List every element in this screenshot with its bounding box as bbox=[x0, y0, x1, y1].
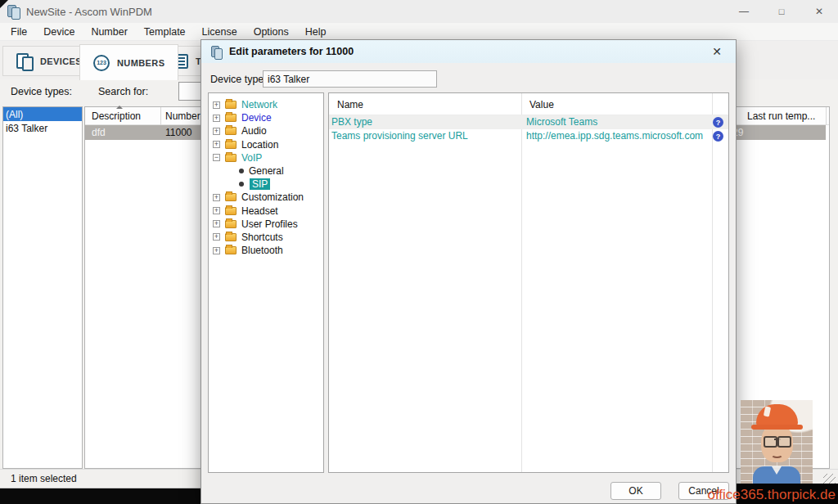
expand-icon[interactable]: + bbox=[213, 207, 220, 214]
tab-numbers[interactable]: 123 NUMBERS bbox=[79, 44, 178, 80]
expand-icon[interactable]: + bbox=[213, 115, 220, 122]
tree-item-device[interactable]: + Device bbox=[209, 111, 323, 124]
cell-number: 11000 bbox=[165, 127, 191, 138]
photo-hard-hat bbox=[756, 404, 798, 426]
folder-icon bbox=[225, 233, 237, 241]
tree-item-shortcuts[interactable]: + Shortcuts bbox=[209, 231, 323, 244]
bullet-icon bbox=[239, 182, 244, 187]
device-type-field[interactable]: i63 Talker bbox=[263, 70, 437, 88]
menu-number[interactable]: Number bbox=[83, 25, 135, 39]
param-name: PBX type bbox=[331, 116, 372, 128]
help-icon[interactable]: ? bbox=[713, 117, 723, 128]
minimize-button[interactable]: — bbox=[725, 0, 763, 23]
menu-help[interactable]: Help bbox=[297, 25, 335, 39]
tree-item-customization[interactable]: + Customization bbox=[209, 191, 323, 204]
bullet-icon bbox=[239, 169, 244, 173]
titlebar[interactable]: NewSite - Ascom WinPDM — □ ✕ bbox=[0, 0, 838, 23]
tree-item-voip-general[interactable]: General bbox=[209, 164, 323, 178]
column-header-number[interactable]: Number bbox=[165, 110, 200, 122]
status-text: 1 item selected bbox=[11, 473, 77, 484]
parameters-table-header: Name Value bbox=[329, 93, 728, 115]
menu-options[interactable]: Options bbox=[246, 25, 297, 39]
device-type-item-all[interactable]: (All) bbox=[3, 107, 82, 121]
folder-icon bbox=[225, 246, 237, 254]
expand-icon[interactable]: + bbox=[213, 101, 220, 109]
parameters-table: Name Value PBX type Microsoft Teams ? Te… bbox=[328, 92, 729, 473]
window-controls: — □ ✕ bbox=[725, 0, 838, 23]
expand-icon[interactable]: + bbox=[213, 194, 220, 201]
column-header-last-run[interactable]: Last run temp... bbox=[747, 110, 815, 122]
help-icon[interactable]: ? bbox=[713, 131, 723, 142]
watermark-text: office365.thorpick.de bbox=[707, 487, 836, 503]
menubar: File Device Number Template License Opti… bbox=[0, 23, 838, 41]
edit-parameters-dialog: Edit parameters for 11000 ✕ Device type:… bbox=[200, 39, 737, 504]
param-name: Teams provisioning server URL bbox=[331, 130, 468, 142]
maximize-button[interactable]: □ bbox=[763, 0, 800, 23]
devices-icon bbox=[16, 53, 33, 69]
ok-button[interactable]: OK bbox=[610, 482, 661, 500]
folder-icon bbox=[225, 207, 237, 215]
expand-icon[interactable]: + bbox=[213, 141, 220, 148]
collapse-icon[interactable]: − bbox=[213, 154, 220, 161]
device-types-label: Device types: bbox=[11, 86, 72, 97]
menu-file[interactable]: File bbox=[2, 25, 35, 39]
folder-icon bbox=[225, 141, 237, 149]
dialog-titlebar[interactable]: Edit parameters for 11000 ✕ bbox=[201, 40, 736, 63]
folder-icon bbox=[225, 220, 237, 228]
folder-icon bbox=[225, 101, 237, 109]
menu-template[interactable]: Template bbox=[136, 25, 194, 39]
app-phone-icon bbox=[7, 5, 20, 18]
folder-icon bbox=[225, 193, 237, 201]
photo-glasses bbox=[764, 436, 791, 446]
menu-device[interactable]: Device bbox=[35, 25, 83, 39]
expand-icon[interactable]: + bbox=[213, 233, 220, 241]
tree-item-network[interactable]: + Network bbox=[209, 98, 323, 111]
column-divider[interactable] bbox=[160, 107, 161, 125]
param-value[interactable]: http://emea.ipp.sdg.teams.microsoft.com bbox=[526, 130, 703, 142]
column-header-value[interactable]: Value bbox=[529, 99, 554, 110]
sort-ascending-icon bbox=[116, 106, 123, 109]
cursor-fragment bbox=[0, 0, 8, 8]
dialog-close-icon[interactable]: ✕ bbox=[708, 44, 726, 59]
expand-icon[interactable]: + bbox=[213, 220, 220, 227]
numbers-123-icon: 123 bbox=[93, 55, 110, 71]
tree-item-audio[interactable]: + Audio bbox=[209, 124, 323, 137]
folder-icon bbox=[225, 127, 237, 135]
photo-smile bbox=[771, 451, 783, 458]
folder-icon bbox=[225, 114, 237, 122]
cell-description: dfd bbox=[92, 127, 106, 138]
parameter-tree: + Network + Device + Audio + Location − bbox=[208, 92, 324, 473]
device-type-item-i63-talker[interactable]: i63 Talker bbox=[3, 121, 82, 135]
photo-hat-brim bbox=[751, 425, 803, 430]
tree-item-headset[interactable]: + Headset bbox=[209, 205, 323, 218]
tree-item-user-profiles[interactable]: + User Profiles bbox=[209, 218, 323, 231]
param-value[interactable]: Microsoft Teams bbox=[526, 116, 597, 128]
dialog-phone-icon bbox=[211, 46, 222, 58]
column-divider[interactable] bbox=[521, 93, 522, 472]
tree-item-bluetooth[interactable]: + Bluetooth bbox=[209, 244, 323, 257]
column-divider[interactable] bbox=[826, 107, 827, 125]
tab-numbers-label: NUMBERS bbox=[117, 58, 164, 68]
expand-icon[interactable]: + bbox=[213, 128, 220, 135]
window-title: NewSite - Ascom WinPDM bbox=[26, 6, 152, 18]
param-row-teams-provisioning-url[interactable]: Teams provisioning server URL http://eme… bbox=[329, 129, 728, 143]
folder-icon bbox=[225, 154, 237, 162]
tree-item-voip-sip[interactable]: SIP bbox=[209, 178, 323, 191]
device-type-label: Device type: bbox=[210, 74, 267, 85]
column-header-name[interactable]: Name bbox=[337, 99, 363, 110]
column-divider[interactable] bbox=[712, 93, 713, 472]
menu-license[interactable]: License bbox=[194, 25, 246, 39]
expand-icon[interactable]: + bbox=[213, 247, 220, 254]
webcam-photo bbox=[741, 400, 813, 487]
dialog-title: Edit parameters for 11000 bbox=[229, 46, 354, 57]
tree-item-location[interactable]: + Location bbox=[209, 138, 323, 151]
tree-item-voip[interactable]: − VoIP bbox=[209, 151, 323, 164]
screen: NewSite - Ascom WinPDM — □ ✕ File Device… bbox=[0, 0, 838, 504]
close-button[interactable]: ✕ bbox=[800, 0, 838, 23]
device-types-list: (All) i63 Talker bbox=[2, 106, 83, 469]
column-header-description[interactable]: Description bbox=[92, 110, 141, 122]
tab-devices-label: DEVICES bbox=[40, 56, 82, 66]
search-for-label: Search for: bbox=[98, 86, 148, 97]
param-row-pbx-type[interactable]: PBX type Microsoft Teams ? bbox=[329, 115, 728, 129]
